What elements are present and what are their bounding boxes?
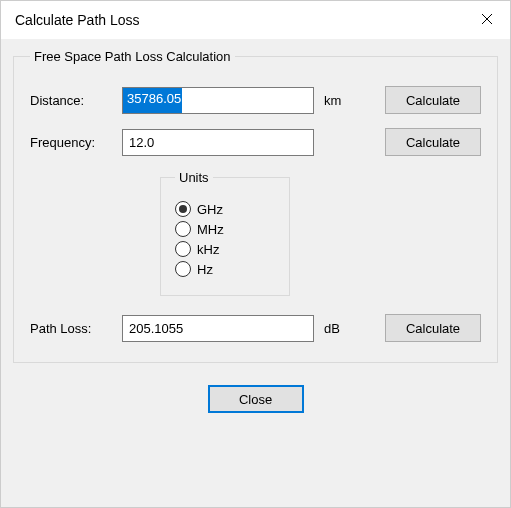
client-area: Free Space Path Loss Calculation Distanc…: [1, 39, 510, 507]
frequency-label: Frequency:: [30, 135, 112, 150]
unit-label-khz: kHz: [197, 242, 219, 257]
calculate-distance-button[interactable]: Calculate: [385, 86, 481, 114]
group-legend: Free Space Path Loss Calculation: [30, 49, 235, 64]
distance-input-wrap: 35786.05: [122, 87, 314, 114]
units-group: Units GHz MHz kHz Hz: [160, 170, 290, 296]
radio-icon: [175, 201, 191, 217]
unit-label-mhz: MHz: [197, 222, 224, 237]
pathloss-unit: dB: [324, 321, 354, 336]
close-icon: [481, 13, 493, 28]
distance-row: Distance: 35786.05 km Calculate: [30, 86, 481, 114]
distance-input[interactable]: [122, 87, 314, 114]
pathloss-input[interactable]: [122, 315, 314, 342]
unit-label-ghz: GHz: [197, 202, 223, 217]
distance-label: Distance:: [30, 93, 112, 108]
radio-icon: [175, 221, 191, 237]
radio-icon: [175, 241, 191, 257]
unit-option-mhz[interactable]: MHz: [175, 221, 275, 237]
unit-label-hz: Hz: [197, 262, 213, 277]
calculate-pathloss-button[interactable]: Calculate: [385, 314, 481, 342]
unit-option-khz[interactable]: kHz: [175, 241, 275, 257]
close-button[interactable]: Close: [208, 385, 304, 413]
window-close-button[interactable]: [464, 1, 510, 39]
radio-icon: [175, 261, 191, 277]
title-bar: Calculate Path Loss: [1, 1, 510, 39]
unit-option-hz[interactable]: Hz: [175, 261, 275, 277]
path-loss-group: Free Space Path Loss Calculation Distanc…: [13, 49, 498, 363]
calculate-frequency-button[interactable]: Calculate: [385, 128, 481, 156]
pathloss-row: Path Loss: dB Calculate: [30, 314, 481, 342]
unit-option-ghz[interactable]: GHz: [175, 201, 275, 217]
window-title: Calculate Path Loss: [15, 12, 140, 28]
footer: Close: [13, 385, 498, 413]
pathloss-label: Path Loss:: [30, 321, 112, 336]
distance-unit: km: [324, 93, 354, 108]
frequency-input[interactable]: [122, 129, 314, 156]
frequency-row: Frequency: Calculate: [30, 128, 481, 156]
units-legend: Units: [175, 170, 213, 185]
